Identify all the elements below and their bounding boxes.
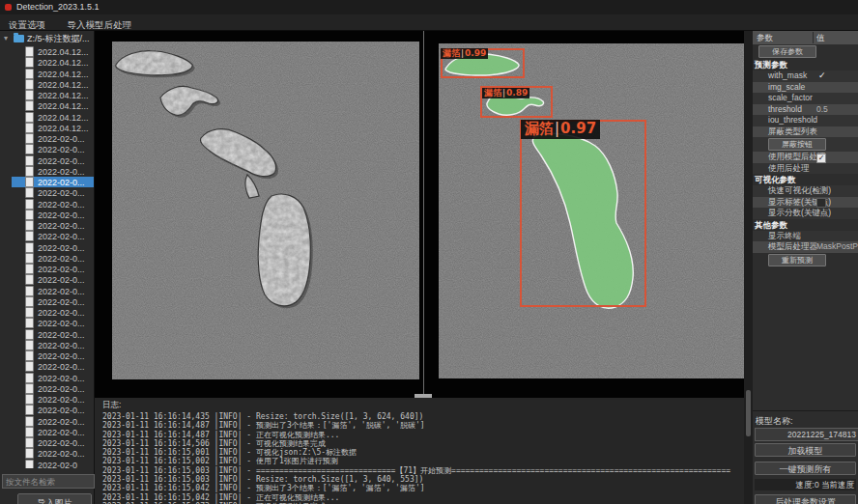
param-row-with-mask[interactable]: with_mask✓ (753, 70, 858, 82)
tree-file-item[interactable]: 2022.04.12... (12, 112, 94, 123)
param-value[interactable]: MaskPostPro (816, 241, 858, 253)
param-row-mask-type-list[interactable]: 屏蔽类型列表 (753, 126, 858, 138)
detection-class: 漏箔 (484, 88, 501, 98)
menu-item-import-postprocess[interactable]: 导入模型后处理 (58, 17, 140, 32)
tree-file-item[interactable]: 2022-02-0... (12, 405, 94, 415)
tree-file-item[interactable]: 2022.04.12... (12, 79, 94, 90)
file-icon (25, 177, 34, 187)
param-row-model-post-processor[interactable]: 模型后处理器MaskPostPro (753, 241, 858, 253)
checkbox-checked-icon[interactable]: ✓ (816, 154, 826, 163)
file-icon (25, 166, 34, 177)
tree-file-item[interactable]: 2022-02-0... (12, 133, 94, 144)
tree-file-item[interactable]: 2022.04.12... (12, 100, 94, 111)
tree-file-item[interactable]: 2022-02-0... (12, 383, 94, 394)
menu-item-settings[interactable]: 设置选项 (0, 17, 54, 32)
param-value[interactable]: 0.5 (816, 104, 828, 116)
tree-file-item[interactable]: 2022-02-0... (12, 199, 94, 210)
log-line: 2023-01-11 16:16:15,042 |INFO| - 预测出了3个结… (102, 484, 744, 492)
log-panel[interactable]: 日志: 2023-01-11 16:16:14,435 |INFO| - Res… (95, 398, 744, 504)
tree-file-item[interactable]: 2022-02-0... (12, 307, 94, 318)
tree-file-item[interactable]: 2022-02-0... (12, 296, 94, 307)
param-row-show-label[interactable]: 显示标签(关键点) (753, 197, 858, 209)
model-name-field[interactable]: 20221225_174813 (755, 428, 858, 441)
tree-root-folder[interactable]: ▾Z:/5-标注数据/... (0, 33, 94, 45)
pane-splitter[interactable] (423, 31, 424, 396)
tree-file-item[interactable]: 2022-02-0... (12, 144, 94, 154)
param-row-show-score[interactable]: 显示分数(关键点) (753, 208, 858, 219)
speed-status: 速度:0 当前速度 (755, 479, 856, 490)
tree-file-item[interactable]: 2022.04.12... (12, 46, 94, 57)
source-image (112, 42, 419, 379)
prediction-image-panel[interactable]: 漏箔|0.99 漏箔|0.89 漏箔|0.97 (439, 43, 744, 378)
tree-file-item[interactable]: 2022-02-0... (12, 220, 94, 231)
tree-file-item[interactable]: 2022.04.12... (12, 69, 94, 79)
param-row-iou-threshold[interactable]: iou_threshold (753, 115, 858, 126)
param-row-use-model-post[interactable]: 使用模型后处理✓ (753, 152, 858, 163)
file-icon (25, 220, 34, 231)
tree-file-item[interactable]: 2022-02-0... (12, 373, 94, 383)
tree-file-item[interactable]: 2022-02-0... (12, 361, 94, 372)
param-row-img-scale[interactable]: img_scale (753, 82, 858, 94)
menu-bar: 设置选项 导入模型后处理 (0, 14, 858, 31)
post-param-settings-button[interactable]: 后处理参数设置 (755, 494, 856, 504)
search-input[interactable] (2, 474, 95, 489)
tree-file-item[interactable]: 2022-02-0... (12, 448, 94, 459)
tree-file-item[interactable]: 2022-02-0... (12, 286, 94, 296)
source-image-panel[interactable] (112, 42, 419, 379)
right-splitter[interactable] (744, 31, 753, 504)
checkbox-empty-icon[interactable] (816, 198, 826, 208)
tree-file-item[interactable]: 2022-02-0... (12, 329, 94, 340)
tree-file-item[interactable]: 2022-02-0... (12, 177, 94, 187)
param-row-threshold[interactable]: threshold0.5 (753, 104, 858, 116)
file-icon (25, 69, 34, 79)
tree-file-label: 2022-02-0... (38, 406, 85, 415)
param-row-scale-factor[interactable]: scale_factor (753, 93, 858, 104)
file-icon (25, 460, 34, 469)
param-row-show-terminal[interactable]: 显示终端 (753, 231, 858, 242)
folder-icon (14, 35, 24, 42)
tree-file-item[interactable]: 2022-02-0... (12, 437, 94, 448)
tree-file-label: 2022-02-0... (38, 200, 85, 210)
param-label: scale_factor (768, 93, 813, 102)
mask-button[interactable]: 屏蔽按钮 (768, 138, 826, 151)
tree-file-item[interactable]: 2022-02-0... (12, 427, 94, 437)
save-params-button[interactable]: 保存参数 (758, 45, 816, 58)
tree-file-label: 2022-02-0... (38, 254, 85, 264)
right-scrollbar-handle[interactable] (746, 390, 751, 436)
tree-file-item[interactable]: 2022.04.12... (12, 90, 94, 100)
param-row-quick-visual[interactable]: 快速可视化(检测) (753, 185, 858, 197)
repredict-button[interactable]: 重新预测 (768, 254, 826, 266)
tree-file-item[interactable]: 2022-02-0... (12, 231, 94, 241)
tree-file-item[interactable]: 2022-02-0... (12, 264, 94, 274)
title-bar: Detection_2023.1.5.1 (0, 0, 858, 14)
log-line: 2023-01-11 16:16:15,002 |INFO| - 使用了1张图片… (102, 457, 744, 465)
tree-file-label: 2022.04.12... (38, 113, 89, 123)
tree-file-item[interactable]: 2022-02-0... (12, 340, 94, 350)
tree-file-item[interactable]: 2022.04.12... (12, 57, 94, 68)
tree-file-item[interactable]: 2022-02-0... (12, 274, 94, 285)
predict-all-button[interactable]: 一键预测所有 (755, 462, 856, 475)
tree-file-label: 2022-02-0... (38, 265, 85, 274)
chevron-down-icon[interactable]: ▾ (4, 34, 14, 42)
tree-file-item[interactable]: 2022-02-0... (12, 210, 94, 220)
tree-file-item[interactable]: 2022.04.12... (12, 123, 94, 133)
tree-file-item[interactable]: 2022-02-0... (12, 166, 94, 177)
tree-file-item[interactable]: 2022-02-0... (12, 155, 94, 166)
param-label: 显示终端 (768, 231, 801, 240)
param-row-use-post[interactable]: 使用后处理 (753, 163, 858, 175)
tree-file-item[interactable]: 2022-02-0... (12, 350, 94, 361)
load-model-button[interactable]: 加载模型 (755, 443, 856, 457)
file-icon (25, 296, 34, 307)
tree-file-item[interactable]: 2022-02-0... (12, 253, 94, 264)
tree-file-item[interactable]: 2022-02-0... (12, 187, 94, 198)
tree-file-item[interactable]: 2022-02-0... (12, 242, 94, 253)
tree-file-item[interactable]: 2022-02-0 (12, 460, 94, 469)
import-images-button[interactable]: 导入图片 (17, 493, 92, 504)
tree-file-label: 2022-02-0... (38, 232, 85, 241)
tree-file-item[interactable]: 2022-02-0... (12, 416, 94, 427)
tree-file-label: 2022-02-0... (38, 275, 85, 285)
tree-file-item[interactable]: 2022-02-0... (12, 394, 94, 405)
section-predict-params: 预测参数 (753, 59, 858, 70)
tree-file-item[interactable]: 2022-02-0... (12, 318, 94, 328)
file-icon (25, 448, 34, 459)
